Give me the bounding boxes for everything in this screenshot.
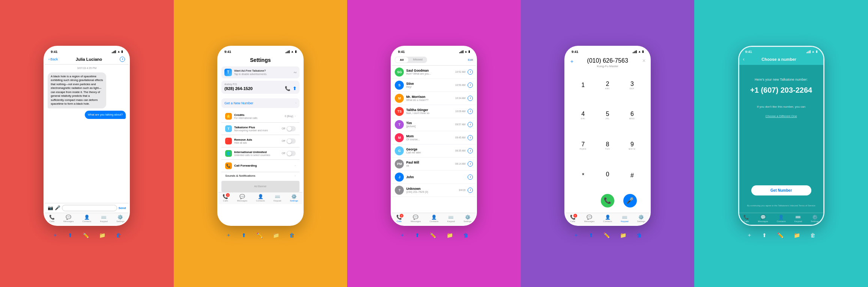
key-2[interactable]: 2 ABC <box>596 71 619 100</box>
toolbar-plus-icon-2[interactable]: ＋ <box>226 232 231 239</box>
phone-call-icon[interactable]: 📞 <box>285 86 290 91</box>
key-7[interactable]: 7 PQRS <box>572 131 594 160</box>
list-item[interactable]: S Stive Hey! 10:50 AM i <box>392 79 476 92</box>
nav-messages-5[interactable]: 💬 Messages <box>758 215 768 222</box>
nav-settings-5[interactable]: ⚙️ Settings <box>811 215 819 222</box>
ad-banner[interactable]: T Want Ad-Free Talkatone? Tap to disable… <box>221 66 299 78</box>
info-button-john[interactable]: i <box>468 174 473 180</box>
remove-ads-toggle[interactable] <box>287 138 296 144</box>
nav-messages-2[interactable]: 💬 Messages <box>237 194 247 202</box>
toolbar-plus-icon-4[interactable]: ＋ <box>573 232 579 239</box>
key-star[interactable]: * <box>572 161 594 190</box>
nav-contacts-5[interactable]: 👤 Contacts <box>777 215 786 222</box>
nav-contacts-4[interactable]: 👤 Contacts <box>603 215 612 222</box>
toolbar-trash-icon[interactable]: 🗑 <box>116 232 121 238</box>
key-6[interactable]: 6 MNO <box>621 101 644 130</box>
settings-row-call-forwarding[interactable]: 📞 Call Forwarding › <box>221 160 299 172</box>
toolbar-compose-icon[interactable]: ✏️ <box>83 232 89 238</box>
close-icon[interactable]: ✕ <box>642 58 646 63</box>
info-button-mom[interactable]: i <box>468 135 473 140</box>
nav-messages-3[interactable]: 💬 Messages <box>411 215 421 222</box>
send-button[interactable]: Send <box>119 206 126 210</box>
key-8[interactable]: 8 TUV <box>596 131 619 160</box>
camera-icon[interactable]: 📷 <box>48 205 53 210</box>
settings-row-credits[interactable]: ⭐ Credits For international calls 0 (Buy… <box>221 110 299 123</box>
message-input[interactable] <box>62 205 117 211</box>
toolbar-trash-icon-3[interactable]: 🗑 <box>463 232 468 238</box>
get-number-button[interactable]: Get Number <box>751 185 811 195</box>
info-button-saul[interactable]: i <box>468 69 473 75</box>
get-new-number-button[interactable]: Get a New Number › <box>221 98 299 108</box>
green-call-button[interactable]: 📞 <box>601 194 614 207</box>
back-button[interactable]: ‹ Back <box>48 57 58 61</box>
toolbar-compose-icon-3[interactable]: ✏️ <box>430 232 436 238</box>
nav-messages-1[interactable]: 💬 Messages <box>63 215 74 222</box>
nav-keypad-1[interactable]: ⌨️ Keypad <box>100 215 107 222</box>
toolbar-plus-icon[interactable]: ＋ <box>53 232 58 239</box>
toolbar-compose-icon-5[interactable]: ✏️ <box>777 232 784 238</box>
nav-contacts-2[interactable]: 👤 Contacts <box>256 194 265 202</box>
back-button-5[interactable]: ‹ <box>743 57 745 62</box>
info-button-stive[interactable]: i <box>468 83 473 88</box>
mic-icon[interactable]: 🎤 <box>55 205 60 210</box>
nav-settings-3[interactable]: ⚙️ Settings <box>463 215 472 222</box>
nav-contacts-1[interactable]: 👤 Contacts <box>83 215 92 222</box>
info-button-george[interactable]: i <box>468 148 473 153</box>
list-item[interactable]: M Mom Of course... 09:45 AM i <box>392 131 476 144</box>
list-item[interactable]: TS Talitha Stinger Nah, I don't think so… <box>392 105 476 118</box>
toolbar-share-icon-5[interactable]: ⬆ <box>762 232 767 238</box>
nav-keypad-4[interactable]: ⌨️ Keypad <box>621 215 628 222</box>
seg-all-button[interactable]: All <box>395 57 408 63</box>
nav-keypad-2[interactable]: ⌨️ Keypad <box>274 194 281 202</box>
toolbar-plus-icon-3[interactable]: ＋ <box>400 232 405 239</box>
toolbar-compose-icon-4[interactable]: ✏️ <box>603 232 610 238</box>
nav-messages-4[interactable]: 💬 Messages <box>584 215 594 222</box>
toolbar-compose-icon-2[interactable]: ✏️ <box>256 232 263 238</box>
list-item[interactable]: T Tim [picture] 09:57 AM i <box>392 118 476 131</box>
key-4[interactable]: 4 GHI <box>572 101 594 130</box>
list-item[interactable]: G George Call me later 08:35 AM i <box>392 144 476 158</box>
toolbar-share-icon-2[interactable]: ⬆ <box>242 232 246 238</box>
nav-calls-3[interactable]: 📞 Calls 9 <box>396 215 402 222</box>
sounds-row[interactable]: Sounds & Notifications › <box>221 172 299 179</box>
toolbar-trash-icon-5[interactable]: 🗑 <box>810 232 815 238</box>
toolbar-folder-icon-5[interactable]: 📁 <box>794 232 800 238</box>
toolbar-share-icon-3[interactable]: ⬆ <box>415 232 420 238</box>
info-button-morrison[interactable]: i <box>468 96 473 101</box>
nav-calls-1[interactable]: 📞 Calls <box>49 215 55 222</box>
toolbar-share-icon-4[interactable]: ⬆ <box>589 232 593 238</box>
talkatone-plus-toggle[interactable] <box>287 126 296 131</box>
info-button-talitha[interactable]: i <box>468 109 473 114</box>
settings-row-talkatone-plus[interactable]: T Talkatone Plus Non-expiring number and… <box>221 123 299 135</box>
info-button[interactable]: i <box>120 57 125 62</box>
toolbar-folder-icon-3[interactable]: 📁 <box>447 232 453 238</box>
key-5[interactable]: 5 JKL <box>596 101 619 130</box>
intl-unlimited-toggle[interactable] <box>287 151 296 156</box>
toolbar-trash-icon-2[interactable]: 🗑 <box>289 232 295 238</box>
nav-settings-1[interactable]: ⚙️ Settings <box>116 215 125 222</box>
voip-call-button[interactable]: 🎤 <box>623 194 637 207</box>
toolbar-share-icon[interactable]: ⬆ <box>68 232 72 238</box>
info-button-paul[interactable]: i <box>468 161 473 167</box>
toolbar-trash-icon-4[interactable]: 🗑 <box>636 232 642 238</box>
toolbar-plus-icon-5[interactable]: ＋ <box>747 232 752 239</box>
phone-share-icon[interactable]: ⬆ <box>293 86 296 91</box>
nav-keypad-5[interactable]: ⌨️ Keypad <box>794 215 802 222</box>
key-hash[interactable]: # <box>621 161 644 190</box>
nav-calls-4[interactable]: 📞 Calls 9 <box>570 215 576 222</box>
nav-calls-5[interactable]: 📞 Calls <box>743 215 749 222</box>
list-item[interactable]: PM Paul Mill ok 08:14 AM i <box>392 158 476 171</box>
settings-row-remove-ads[interactable]: 🚫 Remove Ads Hide all ads Off <box>221 135 299 147</box>
nav-settings-4[interactable]: ⚙️ Settings <box>637 215 645 222</box>
key-1[interactable]: 1 <box>572 71 594 100</box>
add-contact-icon[interactable]: ＋ <box>569 58 575 65</box>
nav-keypad-3[interactable]: ⌨️ Keypad <box>447 215 455 222</box>
info-button-tim[interactable]: i <box>468 122 473 127</box>
toolbar-folder-icon-2[interactable]: 📁 <box>273 232 279 238</box>
seg-missed-button[interactable]: Missed <box>409 57 427 63</box>
toolbar-folder-icon-4[interactable]: 📁 <box>620 232 626 238</box>
choose-different-link[interactable]: Choose a Different One <box>766 114 797 118</box>
key-9[interactable]: 9 WXYZ <box>621 131 644 160</box>
nav-calls-2[interactable]: 📞 Calls 9 <box>223 194 228 202</box>
key-0[interactable]: 0 + <box>596 161 619 190</box>
